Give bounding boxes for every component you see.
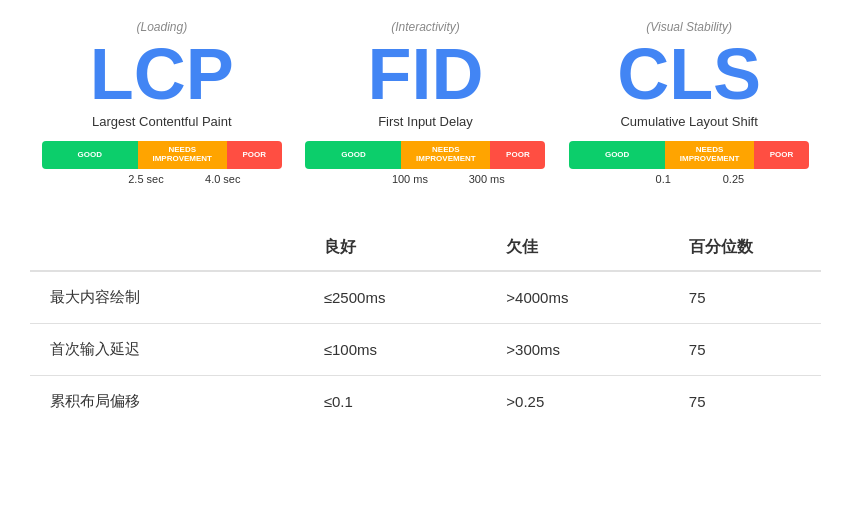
lcp-bar-needs: NEEDSIMPROVEMENT [138, 141, 227, 169]
row-cls-percentile: 75 [669, 376, 821, 428]
col-header-good: 良好 [304, 229, 487, 271]
fid-threshold1: 100 ms [392, 173, 428, 185]
fid-bar-good: GOOD [305, 141, 401, 169]
fid-fullname: First Input Delay [378, 114, 473, 129]
lcp-bar-poor: POOR [227, 141, 282, 169]
cls-bar-labels: 0.1 0.25 [569, 173, 809, 189]
fid-bar-poor: POOR [490, 141, 545, 169]
table-row-cls: 累积布局偏移 ≤0.1 >0.25 75 [30, 376, 821, 428]
row-fid-good: ≤100ms [304, 324, 487, 376]
fid-threshold2: 300 ms [469, 173, 505, 185]
fid-bar-labels: 100 ms 300 ms [305, 173, 545, 189]
row-cls-metric: 累积布局偏移 [30, 376, 304, 428]
lcp-threshold2: 4.0 sec [205, 173, 240, 185]
row-lcp-good: ≤2500ms [304, 271, 487, 324]
metrics-table: 良好 欠佳 百分位数 最大内容绘制 ≤2500ms >4000ms 75 首次输… [30, 229, 821, 427]
cls-threshold1: 0.1 [656, 173, 671, 185]
fid-color-bar: GOOD NEEDSIMPROVEMENT POOR [305, 141, 545, 169]
lcp-threshold1: 2.5 sec [128, 173, 163, 185]
lcp-bar-wrapper: GOOD NEEDSIMPROVEMENT POOR 2.5 sec 4.0 s… [42, 141, 282, 189]
cls-acronym: CLS [617, 38, 761, 110]
fid-category: (Interactivity) [391, 20, 460, 34]
fid-acronym: FID [367, 38, 483, 110]
cls-bar-needs: NEEDSIMPROVEMENT [665, 141, 754, 169]
cls-threshold2: 0.25 [723, 173, 744, 185]
cls-color-bar: GOOD NEEDSIMPROVEMENT POOR [569, 141, 809, 169]
col-header-metric [30, 229, 304, 271]
lcp-fullname: Largest Contentful Paint [92, 114, 231, 129]
lcp-acronym: LCP [90, 38, 234, 110]
fid-bar-needs: NEEDSIMPROVEMENT [401, 141, 490, 169]
lcp-bar-labels: 2.5 sec 4.0 sec [42, 173, 282, 189]
cls-bar-good: GOOD [569, 141, 665, 169]
row-lcp-metric: 最大内容绘制 [30, 271, 304, 324]
row-fid-metric: 首次输入延迟 [30, 324, 304, 376]
row-cls-needs: >0.25 [486, 376, 669, 428]
table-row-lcp: 最大内容绘制 ≤2500ms >4000ms 75 [30, 271, 821, 324]
lcp-card: (Loading) LCP Largest Contentful Paint G… [42, 20, 282, 189]
cls-card: (Visual Stability) CLS Cumulative Layout… [569, 20, 809, 189]
lcp-bar-good: GOOD [42, 141, 138, 169]
col-header-needs: 欠佳 [486, 229, 669, 271]
cls-bar-poor: POOR [754, 141, 809, 169]
row-fid-percentile: 75 [669, 324, 821, 376]
fid-bar-wrapper: GOOD NEEDSIMPROVEMENT POOR 100 ms 300 ms [305, 141, 545, 189]
col-header-percentile: 百分位数 [669, 229, 821, 271]
lcp-category: (Loading) [136, 20, 187, 34]
table-row-fid: 首次输入延迟 ≤100ms >300ms 75 [30, 324, 821, 376]
row-lcp-percentile: 75 [669, 271, 821, 324]
lcp-color-bar: GOOD NEEDSIMPROVEMENT POOR [42, 141, 282, 169]
row-fid-needs: >300ms [486, 324, 669, 376]
row-lcp-needs: >4000ms [486, 271, 669, 324]
cls-category: (Visual Stability) [646, 20, 732, 34]
main-container: (Loading) LCP Largest Contentful Paint G… [0, 0, 851, 447]
fid-card: (Interactivity) FID First Input Delay GO… [305, 20, 545, 189]
metrics-row: (Loading) LCP Largest Contentful Paint G… [30, 20, 821, 189]
cls-fullname: Cumulative Layout Shift [620, 114, 757, 129]
cls-bar-wrapper: GOOD NEEDSIMPROVEMENT POOR 0.1 0.25 [569, 141, 809, 189]
row-cls-good: ≤0.1 [304, 376, 487, 428]
